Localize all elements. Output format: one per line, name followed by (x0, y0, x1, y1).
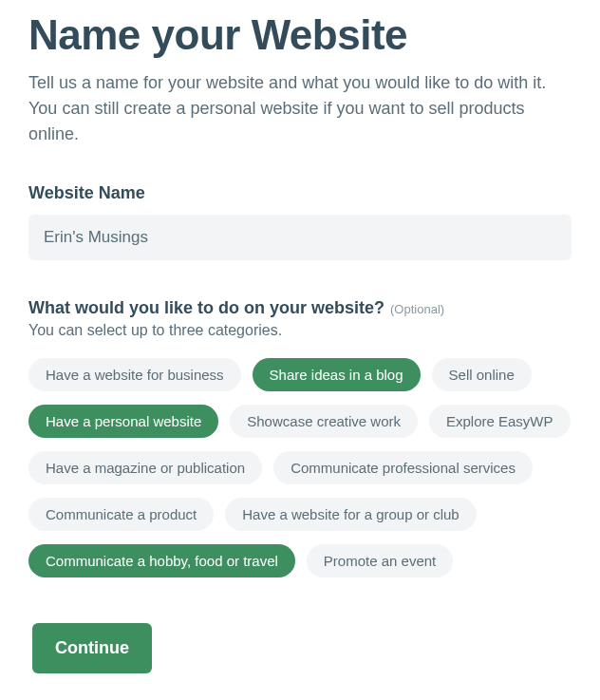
category-chip[interactable]: Promote an event (307, 544, 453, 577)
page-title: Name your Website (28, 11, 572, 59)
category-helper: You can select up to three categories. (28, 322, 572, 339)
category-chips: Have a website for businessShare ideas i… (28, 358, 572, 577)
category-chip[interactable]: Have a magazine or publication (28, 451, 262, 484)
category-chip[interactable]: Have a website for business (28, 358, 241, 391)
website-name-input[interactable] (28, 215, 572, 260)
category-question: What would you like to do on your websit… (28, 298, 384, 318)
website-name-label: Website Name (28, 183, 572, 203)
category-chip[interactable]: Explore EasyWP (429, 405, 571, 438)
category-chip[interactable]: Showcase creative work (230, 405, 418, 438)
category-chip[interactable]: Sell online (432, 358, 532, 391)
category-chip[interactable]: Have a personal website (28, 405, 218, 438)
category-chip[interactable]: Communicate professional services (273, 451, 533, 484)
category-chip[interactable]: Have a website for a group or club (225, 498, 476, 531)
continue-button[interactable]: Continue (32, 623, 152, 673)
category-chip[interactable]: Share ideas in a blog (253, 358, 421, 391)
page-subtitle: Tell us a name for your website and what… (28, 70, 572, 147)
category-chip[interactable]: Communicate a product (28, 498, 214, 531)
category-chip[interactable]: Communicate a hobby, food or travel (28, 544, 295, 577)
optional-tag: (Optional) (390, 302, 444, 316)
